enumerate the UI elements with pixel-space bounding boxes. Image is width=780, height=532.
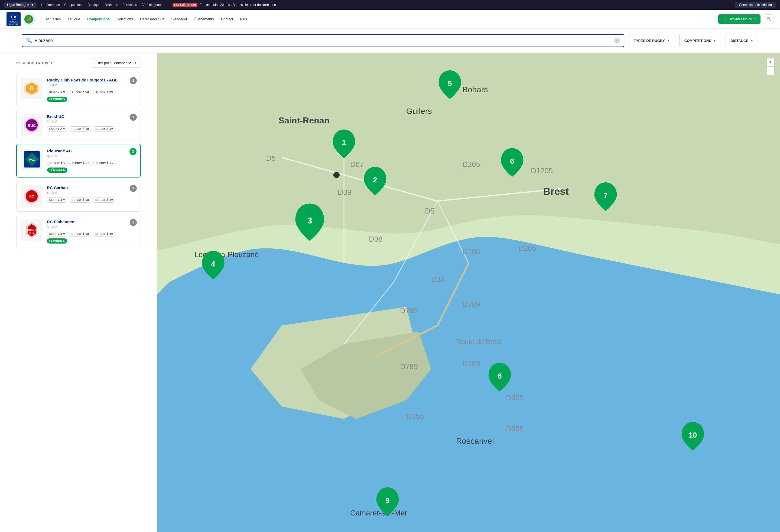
tag-rugby-v: RUGBY À V	[47, 161, 68, 166]
tag-feminines: FÉMININES	[47, 167, 67, 173]
club-card-2[interactable]: BUC Brest UC 2,4 KM RUGBY À V RUGBY À VI…	[16, 110, 141, 141]
svg-text:R: R	[30, 86, 34, 91]
tag-rugby-xv: RUGBY À XV	[93, 161, 116, 166]
search-input-wrap: 🔍 ×	[22, 34, 624, 47]
club-logo-5: RUGBY CLUB	[21, 219, 43, 241]
nav-contact[interactable]: Contact	[218, 15, 236, 23]
club-name-5: RC Plabennec	[47, 219, 136, 224]
svg-text:RÉGIONALE: RÉGIONALE	[9, 21, 17, 23]
nav-gerer-club[interactable]: Gérer mon club	[137, 15, 167, 23]
map-area: D5 D67 D205 D1205 D39 D5 D38 D106 D205 D…	[157, 53, 780, 532]
club-card-4[interactable]: RC RC Carhaix 4,8 KM RUGBY À V RUGBY À V…	[16, 181, 141, 212]
svg-text:D355: D355	[406, 412, 424, 421]
svg-text:RC: RC	[29, 195, 34, 198]
svg-text:D106: D106	[462, 247, 480, 256]
logo-area: FFR LIGUE RÉGIONALE BRETAGNE 🏉	[6, 12, 35, 26]
svg-text:10: 10	[689, 431, 697, 439]
club-badge-1: 1	[130, 77, 137, 84]
svg-text:D39: D39	[338, 188, 351, 197]
club-info-5: RC Plabennec 6,0 KM RUGBY À V RUGBY À VI…	[47, 219, 136, 244]
svg-text:Bohars: Bohars	[462, 85, 488, 94]
sort-label: Trier par :	[96, 61, 111, 65]
svg-text:D1205: D1205	[531, 166, 553, 175]
club-card-3[interactable]: PAC Plouzané AC 3,6 KM RUGBY À V RUGBY À…	[16, 144, 141, 177]
club-distance-3: 3,6 KM	[47, 154, 136, 158]
svg-text:Route de Brest: Route de Brest	[456, 338, 502, 345]
svg-text:5: 5	[448, 79, 452, 88]
club-card-1[interactable]: R Rugby Club Pays de Fougères - AGL 1,2 …	[16, 73, 141, 106]
zoom-out-button[interactable]: −	[767, 67, 775, 75]
search-nav-button[interactable]: 🔍	[764, 14, 774, 24]
club-info-4: RC Carhaix 4,8 KM RUGBY À V RUGBY À VII …	[47, 185, 136, 207]
clear-search-button[interactable]: ×	[614, 38, 620, 44]
nav-competitions[interactable]: Compétitions	[84, 15, 113, 23]
club-name-2: Brest UC	[47, 114, 136, 119]
nav-s-engager[interactable]: S'engager	[168, 15, 191, 23]
club-info-3: Plouzané AC 3,6 KM RUGBY À V RUGBY À VII…	[47, 149, 136, 173]
search-input[interactable]	[35, 38, 611, 43]
svg-text:BRETAGNE: BRETAGNE	[9, 23, 18, 25]
svg-text:1: 1	[342, 138, 346, 147]
zoom-in-button[interactable]: +	[767, 58, 775, 66]
chevron-down-icon: ▼	[31, 3, 34, 7]
svg-text:Brest: Brest	[543, 186, 569, 197]
distance-label: DISTANCE	[731, 39, 748, 43]
nav-formation[interactable]: Formation	[123, 3, 137, 7]
nav-evenements[interactable]: Événements	[191, 15, 217, 23]
sort-select[interactable]: Trier par : distance nom ▼	[92, 58, 141, 68]
club-info-2: Brest UC 2,4 KM RUGBY À V RUGBY À VII RU…	[47, 114, 136, 136]
svg-text:FFR: FFR	[11, 15, 16, 18]
login-button[interactable]: Connexion / inscription	[735, 2, 776, 8]
types-rugby-label: TYPES DE RUGBY	[634, 39, 665, 43]
nav-selections[interactable]: Sélections	[113, 15, 136, 23]
nav-federation[interactable]: La fédération	[41, 3, 60, 7]
chevron-down-icon: ▼	[134, 61, 137, 64]
search-section: 🔍 × TYPES DE RUGBY ▼ COMPÉTITIONS ▼ DIST…	[0, 29, 780, 53]
svg-text:BUC: BUC	[28, 123, 36, 128]
nav-boutique[interactable]: Boutique	[88, 3, 100, 7]
nav-cote-dirigeant[interactable]: Côté dirigeant	[141, 3, 162, 7]
club-tags-4: RUGBY À V RUGBY À VII RUGBY À XV	[47, 198, 136, 203]
map-svg: D5 D67 D205 D1205 D39 D5 D38 D106 D205 D…	[157, 53, 780, 532]
sort-dropdown[interactable]: distance nom	[113, 61, 132, 65]
tag-rugby-v: RUGBY À V	[47, 198, 67, 203]
search-icon-input: 🔍	[26, 38, 32, 44]
club-tags-1: RUGBY À V RUGBY À VII RUGBY À XV FÉMININ…	[47, 90, 136, 102]
svg-text:D205: D205	[462, 160, 480, 169]
club-logo-1: R	[21, 78, 43, 99]
nav-plus[interactable]: Plus	[237, 15, 250, 23]
region-selector[interactable]: Ligue Bretagne ▼	[4, 2, 37, 8]
svg-text:D355: D355	[506, 425, 524, 433]
club-distance-1: 1,2 KM	[47, 83, 136, 87]
nav-la-ligue[interactable]: La ligue	[64, 15, 84, 23]
svg-text:8: 8	[497, 372, 501, 380]
svg-text:CLUB: CLUB	[29, 232, 34, 234]
club-card-5[interactable]: RUGBY CLUB RC Plabennec 6,0 KM RUGBY À V…	[16, 215, 141, 248]
tag-rugby-vii: RUGBY À VII	[69, 126, 91, 131]
svg-text:D5: D5	[266, 154, 276, 162]
results-count: 29 CLUBS TROUVÉS	[16, 61, 53, 65]
chevron-down-icon: ▼	[667, 39, 670, 42]
competitions-label: COMPÉTITIONS	[684, 39, 711, 43]
left-panel: 29 CLUBS TROUVÉS Trier par : distance no…	[0, 53, 157, 532]
distance-filter[interactable]: DISTANCE ▼	[726, 34, 758, 47]
find-club-label: Trouver un club	[729, 17, 755, 21]
club-name-3: Plouzané AC	[47, 149, 136, 153]
club-distance-5: 6,0 KM	[47, 225, 136, 229]
news-badge: LA FÉDÉRATION	[173, 3, 197, 7]
tag-rugby-vii: RUGBY À VII	[69, 90, 91, 95]
svg-text:🏉: 🏉	[27, 17, 32, 22]
find-club-button[interactable]: 📍 Trouver un club	[718, 14, 761, 24]
svg-text:D67: D67	[350, 160, 364, 169]
svg-text:D38: D38	[369, 235, 383, 243]
club-distance-2: 2,4 KM	[47, 120, 136, 124]
nav-billetterie[interactable]: Billetterie	[105, 3, 118, 7]
types-rugby-filter[interactable]: TYPES DE RUGBY ▼	[629, 34, 675, 47]
tag-rugby-xv: RUGBY À XV	[93, 126, 115, 131]
club-name-1: Rugby Club Pays de Fougères - AGL	[47, 78, 136, 82]
nav-actualites[interactable]: Actualités	[42, 15, 64, 23]
competitions-filter[interactable]: COMPÉTITIONS ▼	[679, 34, 721, 47]
top-banner-left: Ligue Bretagne ▼ La fédération Compétiti…	[4, 2, 162, 8]
nav-competitions[interactable]: Compétitions	[64, 3, 83, 7]
content-area: 29 CLUBS TROUVÉS Trier par : distance no…	[0, 53, 780, 532]
